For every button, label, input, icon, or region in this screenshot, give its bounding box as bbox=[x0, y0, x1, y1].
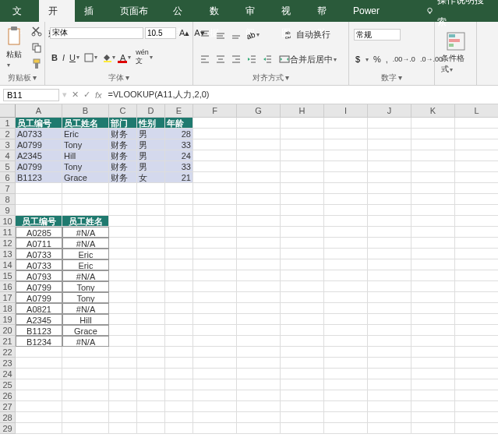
col-header-I[interactable]: I bbox=[324, 104, 368, 118]
tab-layout[interactable]: 页面布局 bbox=[111, 0, 164, 22]
cell-I8[interactable] bbox=[324, 194, 368, 205]
cell-G15[interactable] bbox=[237, 270, 281, 281]
row-header-8[interactable]: 8 bbox=[0, 194, 16, 205]
fx-icon[interactable]: fx bbox=[95, 90, 102, 100]
cell-K15[interactable] bbox=[411, 270, 455, 281]
cell-I12[interactable] bbox=[324, 238, 368, 249]
cell-H1[interactable] bbox=[281, 118, 324, 129]
cell-L14[interactable] bbox=[455, 259, 498, 270]
row-header-29[interactable]: 29 bbox=[0, 423, 16, 434]
cell-F13[interactable] bbox=[193, 249, 237, 259]
cell-C24[interactable] bbox=[109, 369, 137, 379]
row-header-24[interactable]: 24 bbox=[0, 369, 16, 379]
cell-K17[interactable] bbox=[411, 292, 455, 303]
cell-G29[interactable] bbox=[237, 423, 281, 434]
cell-K25[interactable] bbox=[411, 379, 455, 390]
cell-D1[interactable]: 性别 bbox=[137, 118, 165, 129]
cell-I23[interactable] bbox=[324, 358, 368, 369]
cancel-icon[interactable]: ✕ bbox=[72, 90, 79, 100]
cell-D25[interactable] bbox=[137, 379, 165, 390]
row-header-25[interactable]: 25 bbox=[0, 379, 16, 390]
cell-J9[interactable] bbox=[368, 205, 411, 216]
wrap-text-button[interactable]: abc↵自动换行 bbox=[277, 27, 338, 42]
cell-I6[interactable] bbox=[324, 172, 368, 183]
tell-me[interactable]: 操作说明搜索 bbox=[416, 0, 498, 22]
cell-F10[interactable] bbox=[193, 216, 237, 227]
cell-G21[interactable] bbox=[237, 336, 281, 347]
cell-E15[interactable] bbox=[165, 270, 193, 281]
cell-F4[interactable] bbox=[193, 150, 237, 161]
cell-B28[interactable] bbox=[62, 412, 109, 423]
cell-H8[interactable] bbox=[281, 194, 324, 205]
row-header-17[interactable]: 17 bbox=[0, 292, 16, 303]
row-header-20[interactable]: 20 bbox=[0, 325, 16, 336]
row-header-9[interactable]: 9 bbox=[0, 205, 16, 216]
cell-J19[interactable] bbox=[368, 314, 411, 325]
cell-A12[interactable]: A0711 bbox=[16, 238, 62, 249]
row-header-16[interactable]: 16 bbox=[0, 281, 16, 292]
cell-J21[interactable] bbox=[368, 336, 411, 347]
cell-H18[interactable] bbox=[281, 303, 324, 314]
align-middle-button[interactable] bbox=[214, 28, 228, 42]
cell-J26[interactable] bbox=[368, 390, 411, 401]
cell-J24[interactable] bbox=[368, 369, 411, 379]
cell-D26[interactable] bbox=[137, 390, 165, 401]
cell-L13[interactable] bbox=[455, 249, 498, 259]
cell-E25[interactable] bbox=[165, 379, 193, 390]
cell-B7[interactable] bbox=[62, 183, 109, 194]
cell-A18[interactable]: A0821 bbox=[16, 303, 62, 314]
cell-D27[interactable] bbox=[137, 401, 165, 412]
cell-A26[interactable] bbox=[16, 390, 62, 401]
cell-D24[interactable] bbox=[137, 369, 165, 379]
cell-F25[interactable] bbox=[193, 379, 237, 390]
merge-button[interactable]: 合并后居中 bbox=[277, 52, 338, 67]
cell-H14[interactable] bbox=[281, 259, 324, 270]
cell-K23[interactable] bbox=[411, 358, 455, 369]
align-bottom-button[interactable] bbox=[229, 28, 243, 42]
cell-H10[interactable] bbox=[281, 216, 324, 227]
row-header-12[interactable]: 12 bbox=[0, 238, 16, 249]
cell-I22[interactable] bbox=[324, 347, 368, 358]
cell-C15[interactable] bbox=[109, 270, 137, 281]
cell-J7[interactable] bbox=[368, 183, 411, 194]
cell-E7[interactable] bbox=[165, 183, 193, 194]
row-header-28[interactable]: 28 bbox=[0, 412, 16, 423]
grow-font-button[interactable]: A▴ bbox=[178, 26, 191, 40]
cell-L8[interactable] bbox=[455, 194, 498, 205]
cell-A14[interactable]: A0733 bbox=[16, 259, 62, 270]
row-header-27[interactable]: 27 bbox=[0, 401, 16, 412]
row-header-4[interactable]: 4 bbox=[0, 150, 16, 161]
cell-J3[interactable] bbox=[368, 139, 411, 150]
cell-I10[interactable] bbox=[324, 216, 368, 227]
cell-C20[interactable] bbox=[109, 325, 137, 336]
cell-L20[interactable] bbox=[455, 325, 498, 336]
cell-E2[interactable]: 28 bbox=[165, 129, 193, 139]
cell-I7[interactable] bbox=[324, 183, 368, 194]
cell-B2[interactable]: Eric bbox=[62, 129, 109, 139]
cell-F6[interactable] bbox=[193, 172, 237, 183]
cell-D15[interactable] bbox=[137, 270, 165, 281]
cell-J15[interactable] bbox=[368, 270, 411, 281]
cell-K18[interactable] bbox=[411, 303, 455, 314]
cell-B6[interactable]: Grace bbox=[62, 172, 109, 183]
cell-G25[interactable] bbox=[237, 379, 281, 390]
cell-G17[interactable] bbox=[237, 292, 281, 303]
row-header-19[interactable]: 19 bbox=[0, 314, 16, 325]
col-header-H[interactable]: H bbox=[281, 104, 324, 118]
cell-L12[interactable] bbox=[455, 238, 498, 249]
cell-D4[interactable]: 男 bbox=[137, 150, 165, 161]
row-header-3[interactable]: 3 bbox=[0, 139, 16, 150]
cell-I28[interactable] bbox=[324, 412, 368, 423]
cell-L11[interactable] bbox=[455, 227, 498, 238]
cell-F15[interactable] bbox=[193, 270, 237, 281]
cell-E4[interactable]: 24 bbox=[165, 150, 193, 161]
cell-C11[interactable] bbox=[109, 227, 137, 238]
cell-E29[interactable] bbox=[165, 423, 193, 434]
col-header-B[interactable]: B bbox=[62, 104, 109, 118]
cell-I24[interactable] bbox=[324, 369, 368, 379]
cell-F8[interactable] bbox=[193, 194, 237, 205]
cell-K9[interactable] bbox=[411, 205, 455, 216]
row-header-7[interactable]: 7 bbox=[0, 183, 16, 194]
cell-C2[interactable]: 财务 bbox=[109, 129, 137, 139]
cell-A15[interactable]: A0793 bbox=[16, 270, 62, 281]
